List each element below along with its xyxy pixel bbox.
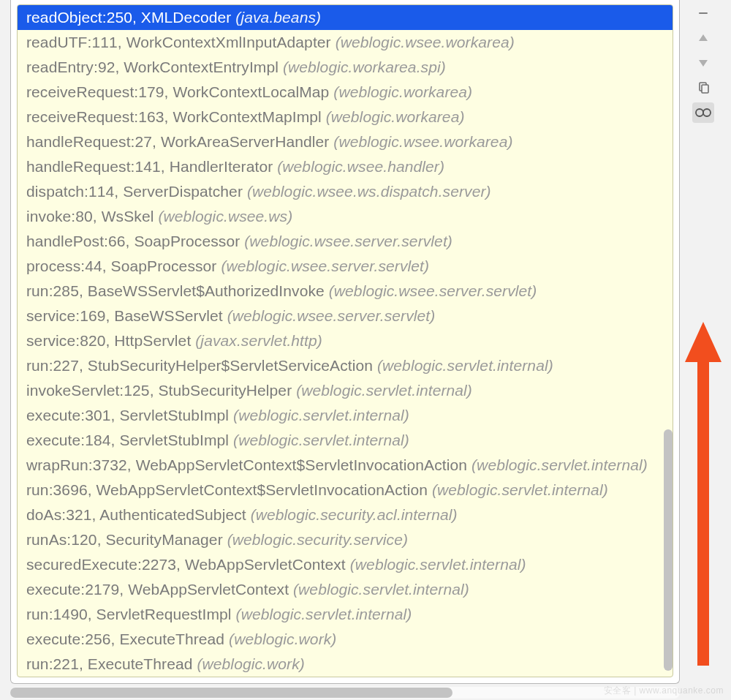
frame-package: (weblogic.security.acl.internal) bbox=[251, 506, 458, 523]
svg-rect-2 bbox=[702, 85, 708, 93]
frame-package: (weblogic.wsee.server.servlet) bbox=[221, 257, 429, 274]
gutter-toolbar bbox=[689, 3, 718, 123]
frame-method: handleRequest:141, HandlerIterator bbox=[26, 158, 273, 175]
stack-frame-row[interactable]: receiveRequest:163, WorkContextMapImpl (… bbox=[18, 105, 673, 129]
horizontal-scrollbar-thumb[interactable] bbox=[10, 688, 452, 698]
frame-method: readUTF:111, WorkContextXmlInputAdapter bbox=[26, 34, 331, 50]
stack-frame-row[interactable]: wrapRun:3732, WebAppServletContext$Servl… bbox=[18, 453, 673, 478]
frame-method: run:3696, WebAppServletContext$ServletIn… bbox=[26, 481, 428, 498]
stack-frame-row[interactable]: process:44, SoapProcessor (weblogic.wsee… bbox=[18, 254, 673, 279]
frame-method: run:227, StubSecurityHelper$ServletServi… bbox=[26, 357, 373, 374]
glasses-icon[interactable] bbox=[692, 102, 714, 123]
frame-package: (weblogic.wsee.workarea) bbox=[336, 34, 515, 50]
frame-method: readObject:250, XMLDecoder bbox=[26, 9, 231, 26]
stack-frame-row[interactable]: invokeServlet:125, StubSecurityHelper (w… bbox=[18, 378, 673, 403]
stack-frame-row[interactable]: invoke:80, WsSkel (weblogic.wsee.ws) bbox=[18, 204, 673, 229]
frame-package: (java.beans) bbox=[235, 9, 321, 26]
frame-method: service:169, BaseWSServlet bbox=[26, 307, 223, 324]
debug-frames-panel: readObject:250, XMLDecoder (java.beans)r… bbox=[10, 0, 680, 684]
stack-frame-row[interactable]: run:285, BaseWSServlet$AuthorizedInvoke … bbox=[18, 279, 673, 304]
frame-method: receiveRequest:163, WorkContextMapImpl bbox=[26, 108, 322, 125]
stack-frame-row[interactable]: runAs:120, SecurityManager (weblogic.sec… bbox=[18, 527, 673, 552]
frame-method: execute:301, ServletStubImpl bbox=[26, 407, 229, 424]
svg-point-3 bbox=[696, 109, 703, 116]
stack-frame-row[interactable]: handleRequest:141, HandlerIterator (webl… bbox=[18, 154, 673, 179]
stack-frame-row[interactable]: run:227, StubSecurityHelper$ServletServi… bbox=[18, 353, 673, 378]
stack-frame-row[interactable]: doAs:321, AuthenticatedSubject (weblogic… bbox=[18, 503, 673, 527]
stack-frame-row[interactable]: receiveRequest:179, WorkContextLocalMap … bbox=[18, 80, 673, 105]
copy-icon[interactable] bbox=[692, 78, 714, 98]
frame-method: securedExecute:2273, WebAppServletContex… bbox=[26, 556, 346, 573]
frame-package: (weblogic.work) bbox=[229, 631, 336, 647]
stack-frame-row[interactable]: execute:2179, WebAppServletContext (webl… bbox=[18, 577, 673, 602]
frame-method: receiveRequest:179, WorkContextLocalMap bbox=[26, 83, 329, 100]
svg-point-4 bbox=[703, 109, 711, 116]
frame-method: dispatch:114, ServerDispatcher bbox=[26, 183, 243, 200]
vertical-scrollbar-thumb[interactable] bbox=[664, 429, 673, 671]
frame-method: runAs:120, SecurityManager bbox=[26, 531, 223, 548]
stack-frame-row[interactable]: execute:184, ServletStubImpl (weblogic.s… bbox=[18, 428, 673, 453]
frame-method: invokeServlet:125, StubSecurityHelper bbox=[26, 382, 292, 399]
frame-package: (weblogic.servlet.internal) bbox=[296, 382, 472, 399]
stack-frame-list[interactable]: readObject:250, XMLDecoder (java.beans)r… bbox=[18, 5, 673, 677]
frame-method: handleRequest:27, WorkAreaServerHandler bbox=[26, 133, 329, 150]
frame-method: service:820, HttpServlet bbox=[26, 332, 191, 349]
frame-package: (weblogic.servlet.internal) bbox=[293, 581, 469, 598]
stack-frame-row[interactable]: readObject:250, XMLDecoder (java.beans) bbox=[18, 5, 673, 30]
frame-package: (weblogic.work) bbox=[197, 655, 304, 672]
frame-package: (weblogic.wsee.server.servlet) bbox=[244, 233, 452, 249]
frame-method: execute:256, ExecuteThread bbox=[26, 631, 224, 647]
move-down-icon[interactable] bbox=[692, 53, 714, 73]
svg-rect-0 bbox=[699, 12, 708, 14]
frame-package: (weblogic.wsee.server.servlet) bbox=[329, 282, 537, 299]
frame-package: (weblogic.workarea) bbox=[333, 83, 472, 100]
frame-package: (weblogic.wsee.workarea) bbox=[333, 133, 512, 150]
stack-frame-row[interactable]: dispatch:114, ServerDispatcher (weblogic… bbox=[18, 179, 673, 204]
stack-frame-row[interactable]: readEntry:92, WorkContextEntryImpl (webl… bbox=[18, 55, 673, 80]
frame-method: run:285, BaseWSServlet$AuthorizedInvoke bbox=[26, 282, 325, 299]
stack-frame-row[interactable]: execute:256, ExecuteThread (weblogic.wor… bbox=[18, 627, 673, 652]
horizontal-scrollbar-track[interactable] bbox=[10, 687, 680, 699]
frame-package: (weblogic.servlet.internal) bbox=[233, 432, 409, 448]
frame-package: (weblogic.servlet.internal) bbox=[377, 357, 553, 374]
frame-method: execute:2179, WebAppServletContext bbox=[26, 581, 289, 598]
frame-package: (weblogic.security.service) bbox=[227, 531, 408, 548]
frame-method: readEntry:92, WorkContextEntryImpl bbox=[26, 59, 279, 75]
stack-frame-row[interactable]: run:1490, ServletRequestImpl (weblogic.s… bbox=[18, 602, 673, 627]
frame-method: run:1490, ServletRequestImpl bbox=[26, 606, 232, 622]
minimize-icon[interactable] bbox=[692, 3, 714, 23]
annotation-arrow-icon bbox=[681, 322, 725, 666]
stack-frame-row[interactable]: run:221, ExecuteThread (weblogic.work) bbox=[18, 652, 673, 677]
frame-method: invoke:80, WsSkel bbox=[26, 208, 154, 225]
frame-package: (weblogic.workarea.spi) bbox=[283, 59, 446, 75]
frame-package: (weblogic.wsee.ws.dispatch.server) bbox=[247, 183, 491, 200]
frame-package: (weblogic.servlet.internal) bbox=[233, 407, 409, 424]
frame-method: handlePost:66, SoapProcessor bbox=[26, 233, 240, 249]
frame-package: (weblogic.servlet.internal) bbox=[432, 481, 608, 498]
frame-method: run:221, ExecuteThread bbox=[26, 655, 193, 672]
frame-method: doAs:321, AuthenticatedSubject bbox=[26, 506, 246, 523]
stack-frame-row[interactable]: service:820, HttpServlet (javax.servlet.… bbox=[18, 328, 673, 353]
stack-frame-row[interactable]: readUTF:111, WorkContextXmlInputAdapter … bbox=[18, 30, 673, 55]
frame-package: (weblogic.wsee.ws) bbox=[158, 208, 292, 225]
stack-frame-row[interactable]: run:3696, WebAppServletContext$ServletIn… bbox=[18, 478, 673, 503]
frame-method: wrapRun:3732, WebAppServletContext$Servl… bbox=[26, 456, 467, 473]
move-up-icon[interactable] bbox=[692, 28, 714, 48]
stack-frame-row[interactable]: execute:301, ServletStubImpl (weblogic.s… bbox=[18, 403, 673, 428]
stack-frame-row[interactable]: handlePost:66, SoapProcessor (weblogic.w… bbox=[18, 229, 673, 254]
frame-package: (weblogic.wsee.handler) bbox=[277, 158, 444, 175]
stack-frame-row[interactable]: service:169, BaseWSServlet (weblogic.wse… bbox=[18, 304, 673, 328]
stack-frame-list-container: readObject:250, XMLDecoder (java.beans)r… bbox=[17, 4, 673, 677]
frame-package: (weblogic.servlet.internal) bbox=[350, 556, 526, 573]
frame-package: (javax.servlet.http) bbox=[195, 332, 322, 349]
frame-method: process:44, SoapProcessor bbox=[26, 257, 216, 274]
frame-package: (weblogic.workarea) bbox=[326, 108, 465, 125]
frame-method: execute:184, ServletStubImpl bbox=[26, 432, 229, 448]
frame-package: (weblogic.wsee.server.servlet) bbox=[227, 307, 436, 324]
frame-package: (weblogic.servlet.internal) bbox=[236, 606, 412, 622]
stack-frame-row[interactable]: handleRequest:27, WorkAreaServerHandler … bbox=[18, 129, 673, 154]
frame-package: (weblogic.servlet.internal) bbox=[471, 456, 648, 473]
stack-frame-row[interactable]: securedExecute:2273, WebAppServletContex… bbox=[18, 552, 673, 577]
